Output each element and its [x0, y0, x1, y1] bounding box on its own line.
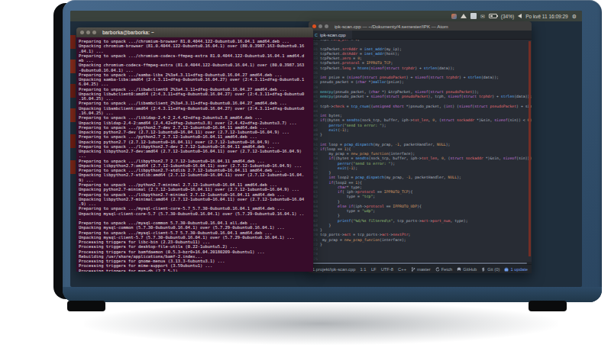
- status-git-branch[interactable]: master: [411, 267, 431, 272]
- terminal-line: Unpacking mysql-client-core-5.7 (5.7.30-…: [79, 211, 313, 216]
- tab-ipk-scan[interactable]: C ipk-scan.cpp: [309, 31, 352, 39]
- status-cursor-position[interactable]: 1:1: [360, 267, 366, 272]
- terminal-line: Unpacking libpython2.7-stdlib:amd64 (2.7…: [79, 172, 313, 177]
- status-language[interactable]: C++: [398, 267, 406, 272]
- maximize-button[interactable]: [92, 31, 96, 34]
- clock[interactable]: Po kvě 11 16:09:29: [525, 14, 568, 19]
- status-line-ending[interactable]: LF: [371, 267, 377, 272]
- status-fetch[interactable]: Fetch: [435, 267, 453, 272]
- status-file-path[interactable]: 1.projekt/ipk-scan.cpp: [312, 267, 355, 272]
- wifi-icon[interactable]: [461, 14, 467, 18]
- sync-icon: [435, 267, 440, 272]
- system-panel: ✉ (34%) Po kvě 11 16:09:29 ⚙: [70, 11, 582, 21]
- atom-window: ipk-scan.cpp — ~/Dokumenty/4.semester/IP…: [309, 21, 532, 273]
- terminal-line: Processing triggers for man-db (2.7.5-1)…: [79, 269, 313, 272]
- terminal-output[interactable]: Preparing to unpack .../chromium-browser…: [76, 37, 313, 272]
- keyboard-layout-icon[interactable]: [470, 13, 477, 19]
- terminal-titlebar[interactable]: barborka@barborka: ~: [76, 27, 313, 37]
- github-icon: [457, 267, 461, 272]
- terminal-line: Unpacking chromium-codecs-ffmpeg-extra (…: [79, 63, 313, 67]
- gear-icon[interactable]: ⚙: [572, 14, 577, 19]
- minimize-button[interactable]: [318, 24, 322, 28]
- package-update-icon: [504, 267, 509, 272]
- terminal-line: Unpacking samba-libs:amd64 (2:4.3.11+dfs…: [79, 77, 313, 82]
- editor-lines: 329tcph->urg_ptr = 0;330331tcpPacket.src…: [309, 40, 532, 262]
- terminal-line: Preparing to unpack .../libpython2.7-min…: [79, 192, 313, 197]
- launcher-icon[interactable]: [70, 108, 76, 122]
- close-button[interactable]: [312, 24, 316, 28]
- terminal-line: Preparing to unpack .../mysql-client-cor…: [79, 206, 313, 211]
- code-line: 343tcph->check = tcp_csum((unsigned shor…: [309, 105, 532, 109]
- mail-icon[interactable]: ✉: [480, 14, 485, 19]
- launcher-icon[interactable]: [70, 60, 76, 73]
- terminal-title: barborka@barborka: ~: [102, 30, 154, 35]
- terminal-line: Unpacking libldap-2.4-2:amd64 (2.4.42+df…: [79, 121, 313, 125]
- terminal-line: Unpacking python2.7 (2.7.12-1ubuntu0~16.…: [79, 140, 313, 144]
- terminal-line: Preparing to unpack .../libsmbclient_2%3…: [79, 101, 313, 105]
- status-encoding[interactable]: UTF-8: [381, 267, 393, 272]
- status-updates[interactable]: 1 update: [504, 267, 528, 272]
- terminal-line: Preparing to unpack .../chromium-codecs-…: [79, 53, 313, 58]
- terminal-line: Unpacking libpython2.7-dev:amd64 (2.7.12…: [79, 149, 313, 153]
- maximize-button[interactable]: [325, 24, 328, 28]
- cpp-file-icon: C: [315, 33, 318, 37]
- volume-icon[interactable]: [518, 14, 522, 18]
- atom-titlebar[interactable]: ipk-scan.cpp — ~/Dokumenty/4.semester/IP…: [309, 21, 532, 31]
- terminal-line: Unpacking libsmbclient:amd64 (2:4.3.11+d…: [79, 106, 313, 111]
- minimize-button[interactable]: [86, 31, 90, 34]
- vertical-scrollbar[interactable]: [529, 41, 531, 256]
- launcher-icon[interactable]: [70, 134, 76, 148]
- code-line: 375: [309, 257, 532, 262]
- tab-label: ipk-scan.cpp: [320, 33, 346, 37]
- terminal-line: Unpacking libpython2.7-minimal:amd64 (2.…: [79, 197, 313, 201]
- battery-percent: (34%): [501, 14, 514, 19]
- terminal-line: Preparing to unpack .../libwbclient0_2%3…: [79, 87, 313, 92]
- laptop-hinge: [63, 287, 602, 302]
- terminal-line: Unpacking python2.7-minimal (2.7.12-1ubu…: [79, 187, 313, 192]
- code-line: 341memcpy(pseudo_packet + sizeof(struct …: [309, 95, 532, 99]
- laptop-shadow: [84, 302, 558, 345]
- status-git-changes[interactable]: Git (0): [481, 267, 499, 272]
- status-github[interactable]: GitHub: [457, 267, 477, 272]
- app-indicator-icon[interactable]: [451, 14, 457, 19]
- terminal-window: barborka@barborka: ~ Preparing to unpack…: [76, 27, 313, 272]
- code-editor[interactable]: 329tcph->urg_ptr = 0;330331tcpPacket.src…: [309, 40, 532, 262]
- battery-icon[interactable]: [489, 14, 497, 18]
- desktop-screen: ✉ (34%) Po kvě 11 16:09:29 ⚙ ipk-scan.cp…: [70, 11, 582, 287]
- close-button[interactable]: [80, 31, 84, 34]
- launcher-icon[interactable]: [70, 35, 76, 49]
- launcher-icon[interactable]: [70, 84, 76, 98]
- git-arrows-icon: [481, 267, 486, 272]
- branch-icon: [411, 267, 415, 272]
- laptop-mockup: ✉ (34%) Po kvě 11 16:09:29 ⚙ ipk-scan.cp…: [0, 0, 611, 364]
- laptop-foot-right: [529, 301, 567, 311]
- tab-bar: C ipk-scan.cpp: [309, 31, 532, 40]
- terminal-line: Unpacking chromium-browser (81.0.4044.12…: [79, 43, 313, 48]
- terminal-line: Unpacking mysql-common (5.7.30-0ubuntu0.…: [79, 225, 313, 230]
- laptop-foot-left: [67, 301, 105, 311]
- window-title: ipk-scan.cpp — ~/Dokumenty/4.semester/IP…: [335, 24, 448, 29]
- status-bar: 1.projekt/ipk-scan.cpp 1:1 LF UTF-8 C++ …: [309, 264, 532, 273]
- launcher-icon[interactable]: [70, 160, 76, 174]
- terminal-line: Unpacking libwbclient0:amd64 (2:4.3.11+d…: [79, 92, 313, 96]
